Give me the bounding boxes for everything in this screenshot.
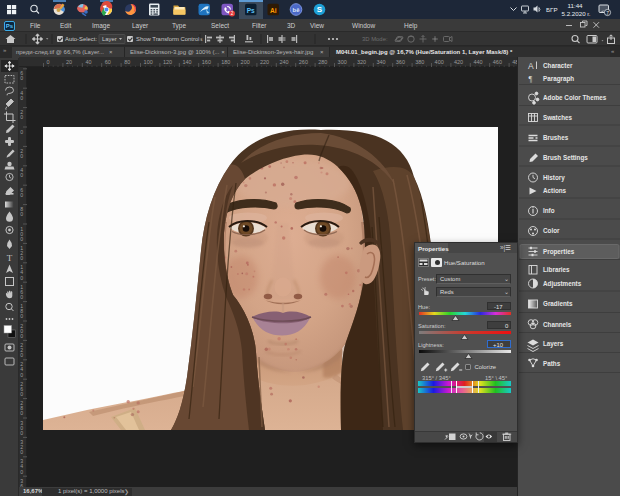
svg-text:260: 260 [299, 59, 308, 65]
svg-text:Ai: Ai [270, 7, 277, 14]
svg-text:40: 40 [85, 59, 91, 65]
svg-text:0: 0 [20, 430, 23, 436]
svg-text:420: 420 [454, 59, 463, 65]
svg-text:160: 160 [202, 59, 211, 65]
svg-text:Paths: Paths [543, 360, 561, 367]
svg-text:T: T [7, 253, 13, 263]
svg-text:380: 380 [415, 59, 424, 65]
svg-text:2: 2 [231, 11, 234, 16]
svg-text:Swatches: Swatches [543, 114, 573, 121]
svg-text:120: 120 [163, 59, 172, 65]
svg-text:Libraries: Libraries [543, 266, 570, 273]
svg-text:¶: ¶ [529, 75, 533, 84]
svg-text:History: History [543, 174, 565, 182]
svg-text:20: 20 [66, 59, 72, 65]
svg-text:Brush Settings: Brush Settings [543, 154, 588, 162]
svg-text:0: 0 [20, 172, 23, 178]
svg-text:180: 180 [221, 59, 230, 65]
svg-text:S: S [317, 5, 323, 14]
svg-text:Adjustments: Adjustments [543, 280, 582, 288]
svg-text:Actions: Actions [543, 187, 567, 194]
svg-text:0: 0 [20, 192, 23, 198]
svg-text:60: 60 [105, 59, 111, 65]
svg-text:Character: Character [543, 62, 573, 69]
svg-text:0: 0 [47, 59, 50, 65]
svg-text:0: 0 [20, 352, 23, 358]
svg-text:Layer: Layer [102, 36, 117, 42]
svg-text:280: 280 [318, 59, 327, 65]
svg-text:0: 0 [20, 95, 23, 101]
svg-text:0: 0 [20, 372, 23, 378]
svg-text:0: 0 [20, 313, 23, 319]
svg-text:100: 100 [144, 59, 153, 65]
svg-text:Gradients: Gradients [543, 300, 573, 307]
svg-text:80: 80 [124, 59, 130, 65]
svg-text:0: 0 [20, 391, 23, 397]
svg-text:A: A [528, 61, 534, 71]
svg-text:7: 7 [606, 11, 609, 16]
svg-text:5.2.2020 г.: 5.2.2020 г. [561, 10, 590, 17]
svg-text:300: 300 [338, 59, 347, 65]
svg-text:0: 0 [20, 153, 23, 159]
svg-text:240: 240 [279, 59, 288, 65]
svg-text:360: 360 [396, 59, 405, 65]
svg-text:140: 140 [182, 59, 191, 65]
svg-text:БГР: БГР [546, 6, 558, 13]
svg-text:0: 0 [20, 333, 23, 339]
svg-text:Show Transform Controls: Show Transform Controls [136, 36, 203, 42]
svg-text:0: 0 [20, 75, 23, 81]
svg-text:0: 0 [20, 410, 23, 416]
svg-text:Properties: Properties [543, 248, 575, 256]
svg-text:320: 320 [357, 59, 366, 65]
svg-text:200: 200 [241, 59, 250, 65]
svg-text:440: 440 [473, 59, 482, 65]
svg-text:0: 0 [20, 275, 23, 281]
svg-text:220: 220 [260, 59, 269, 65]
svg-text:Brushes: Brushes [543, 134, 569, 141]
svg-text:0: 0 [20, 236, 23, 242]
svg-text:Ps: Ps [247, 7, 255, 14]
svg-text:340: 340 [376, 59, 385, 65]
svg-text:0: 0 [20, 211, 23, 217]
svg-text:400: 400 [435, 59, 444, 65]
svg-text:Auto-Select:: Auto-Select: [65, 36, 97, 42]
svg-text:0: 0 [20, 255, 23, 261]
svg-text:0: 0 [20, 449, 23, 455]
svg-text:Adobe Color Themes: Adobe Color Themes [543, 94, 607, 101]
svg-text:Info: Info [543, 207, 555, 214]
svg-text:Channels: Channels [543, 321, 572, 328]
svg-text:11:44: 11:44 [567, 2, 583, 9]
svg-text:Paragraph: Paragraph [543, 75, 574, 83]
svg-text:0: 0 [20, 129, 23, 135]
svg-text:3D Mode:: 3D Mode: [362, 36, 388, 42]
svg-text:460: 460 [493, 59, 502, 65]
svg-text:bē: bē [292, 7, 300, 13]
svg-text:Layers: Layers [543, 340, 564, 348]
svg-text:0: 0 [20, 469, 23, 475]
svg-text:0: 0 [20, 114, 23, 120]
svg-text:0: 0 [20, 294, 23, 300]
svg-text:Color: Color [543, 227, 560, 234]
